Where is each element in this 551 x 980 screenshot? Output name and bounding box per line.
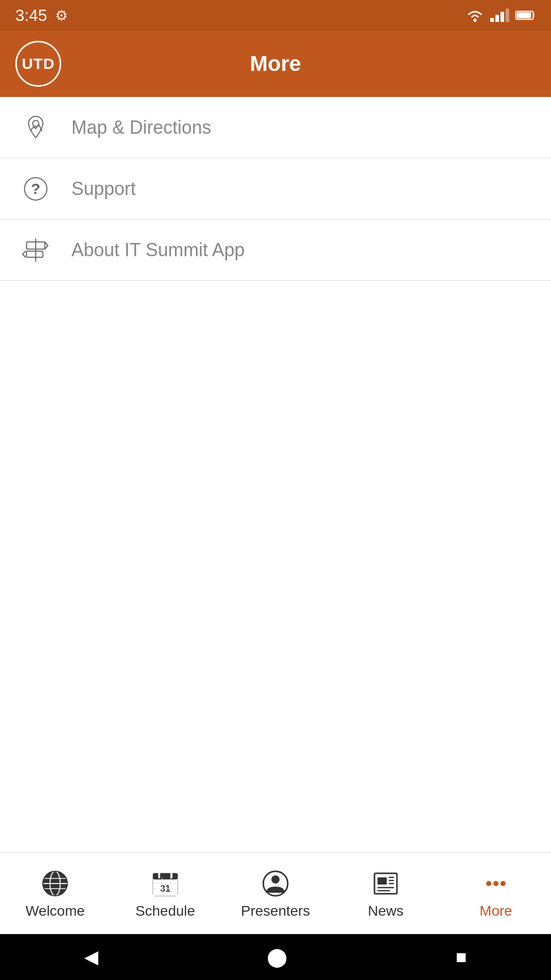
svg-point-26 bbox=[271, 875, 280, 884]
signal-icon bbox=[490, 9, 509, 22]
nav-item-presenters[interactable]: Presenters bbox=[220, 853, 331, 934]
status-time: 3:45 bbox=[15, 6, 47, 25]
more-dots-icon bbox=[481, 868, 511, 899]
support-label: Support bbox=[71, 178, 136, 200]
main-content: Map & Directions ? Support About IT Summ… bbox=[0, 97, 551, 852]
menu-item-support[interactable]: ? Support bbox=[0, 158, 551, 219]
person-icon bbox=[260, 868, 291, 899]
app-logo: UTD bbox=[15, 41, 61, 87]
menu-item-about[interactable]: About IT Summit App bbox=[0, 219, 551, 281]
welcome-nav-label: Welcome bbox=[26, 903, 85, 919]
app-header: UTD More bbox=[0, 31, 551, 97]
system-nav-bar: ◀ ⬤ ■ bbox=[0, 934, 551, 980]
about-label: About IT Summit App bbox=[71, 239, 245, 261]
svg-text:?: ? bbox=[31, 180, 40, 197]
calendar-icon: 31 bbox=[150, 868, 181, 899]
nav-item-schedule[interactable]: 31 Schedule bbox=[110, 853, 220, 934]
nav-item-welcome[interactable]: Welcome bbox=[0, 853, 110, 934]
map-icon bbox=[15, 107, 56, 148]
support-icon: ? bbox=[15, 168, 56, 209]
svg-point-36 bbox=[500, 881, 506, 886]
svg-point-0 bbox=[473, 19, 477, 22]
about-icon bbox=[15, 230, 56, 271]
status-right bbox=[466, 8, 536, 22]
svg-rect-8 bbox=[27, 251, 43, 257]
recents-button[interactable]: ■ bbox=[456, 946, 467, 968]
more-nav-label: More bbox=[480, 903, 512, 919]
map-directions-label: Map & Directions bbox=[71, 117, 211, 138]
back-button[interactable]: ◀ bbox=[84, 946, 98, 968]
svg-point-34 bbox=[486, 881, 491, 886]
page-title: More bbox=[61, 52, 490, 76]
battery-icon bbox=[515, 10, 536, 21]
status-bar: 3:45 ⚙ bbox=[0, 0, 551, 31]
presenters-nav-label: Presenters bbox=[241, 903, 310, 919]
newspaper-icon bbox=[370, 868, 401, 899]
svg-rect-2 bbox=[517, 12, 531, 18]
settings-icon: ⚙ bbox=[55, 7, 68, 24]
nav-item-more[interactable]: More bbox=[441, 853, 551, 934]
svg-point-35 bbox=[493, 881, 498, 886]
nav-item-news[interactable]: News bbox=[331, 853, 441, 934]
bottom-nav: Welcome 31 Schedule bbox=[0, 852, 551, 934]
svg-rect-28 bbox=[378, 877, 387, 885]
news-nav-label: News bbox=[368, 903, 404, 919]
status-left: 3:45 ⚙ bbox=[15, 6, 68, 25]
schedule-nav-label: Schedule bbox=[136, 903, 195, 919]
logo-text: UTD bbox=[22, 55, 55, 72]
home-button[interactable]: ⬤ bbox=[267, 946, 287, 968]
svg-rect-17 bbox=[153, 873, 178, 879]
wifi-icon bbox=[466, 8, 484, 22]
menu-item-map-directions[interactable]: Map & Directions bbox=[0, 97, 551, 158]
globe-icon bbox=[40, 868, 70, 899]
